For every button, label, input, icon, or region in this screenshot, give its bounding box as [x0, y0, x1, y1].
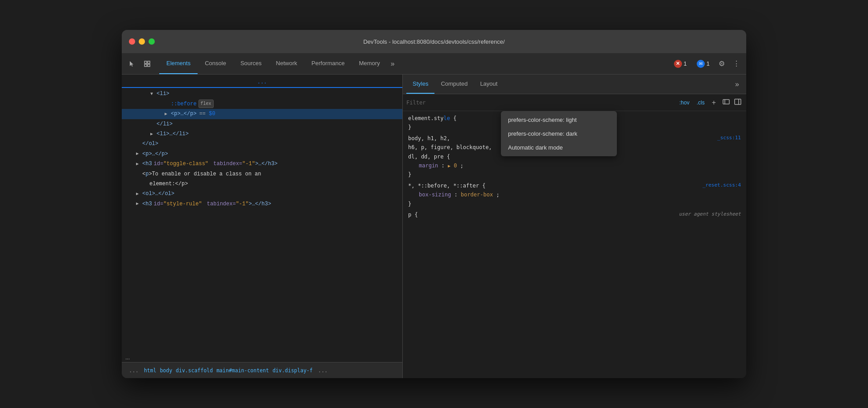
close-button[interactable] [129, 38, 135, 45]
error-count-badge: ✕ [674, 60, 682, 68]
maximize-button[interactable] [149, 38, 155, 45]
svg-rect-4 [723, 100, 729, 104]
tab-layout[interactable]: Layout [474, 75, 504, 94]
cls-button[interactable]: .cls [695, 99, 707, 107]
file-link-scss11[interactable]: _scss:11 [717, 134, 741, 142]
cursor-icon[interactable] [125, 57, 139, 71]
breadcrumb-dots-end[interactable]: ... [314, 366, 331, 375]
dom-line-before[interactable]: ::before flex [122, 99, 402, 109]
dom-line-p-text1[interactable]: <p>To enable or disable a class on an [122, 169, 402, 179]
dropdown-item-dark[interactable]: prefers-color-scheme: dark [501, 127, 617, 141]
window-title: DevTools - localhost:8080/docs/devtools/… [363, 38, 504, 45]
tab-console[interactable]: Console [198, 53, 233, 74]
styles-more-tabs-button[interactable]: » [732, 75, 743, 94]
styles-panel: Styles Computed Layout » :hov .cls + [403, 75, 746, 378]
svg-rect-6 [735, 99, 741, 104]
arrow-h3[interactable]: ▶ [136, 160, 142, 168]
breadcrumb-dots-start[interactable]: ... [125, 366, 142, 375]
message-icon: ✉ [699, 61, 703, 66]
breadcrumb: ... html body div.scaffold main#main-con… [122, 362, 402, 378]
dom-line-ol-collapsed[interactable]: ▶ <ol>…</ol> [122, 189, 402, 199]
error-icon: ✕ [676, 61, 680, 67]
toggle-element-state-icon[interactable] [721, 97, 731, 108]
hov-button[interactable]: :hov [678, 99, 691, 107]
dom-line-p-text2[interactable]: element:</p> [122, 179, 402, 189]
dom-line-ol-close[interactable]: </ol> [122, 139, 402, 149]
toolbar-icons [125, 53, 154, 74]
filter-bar: :hov .cls + [403, 94, 746, 111]
arrow-p2[interactable]: ▶ [136, 150, 142, 158]
tab-sources[interactable]: Sources [233, 53, 269, 74]
sidebar-toggle-icon[interactable] [733, 97, 743, 108]
arrow-p[interactable]: ▶ [165, 110, 171, 118]
breadcrumb-div-scaffold[interactable]: div.scaffold [176, 367, 213, 374]
breadcrumb-html[interactable]: html [144, 367, 157, 374]
dom-line-p-selected[interactable]: ▶ <p>…</p> == $0 [122, 109, 402, 119]
dom-line-h3-toggle[interactable]: ▶ <h3 id="toggle-class" tabindex="-1" >…… [122, 159, 402, 169]
dropdown-item-auto[interactable]: Automatic dark mode [501, 141, 617, 154]
title-bar: DevTools - localhost:8080/docs/devtools/… [122, 30, 746, 53]
main-content: ... ▼ <li> [122, 75, 746, 378]
message-count: 1 [707, 60, 710, 67]
dom-line-li-collapsed[interactable]: ▶ <li>…</li> [122, 129, 402, 139]
dom-tree[interactable]: ... ▼ <li> [122, 75, 402, 362]
style-rule-universal: *, *::before, *::after { _reset.scss:4 b… [403, 180, 746, 209]
flex-badge: flex [198, 100, 214, 108]
traffic-lights [129, 38, 155, 45]
arrow-li2[interactable]: ▶ [150, 130, 157, 138]
svg-rect-2 [145, 64, 147, 67]
error-count: 1 [684, 60, 687, 67]
message-count-badge: ✉ [697, 60, 705, 68]
tab-performance[interactable]: Performance [304, 53, 351, 74]
arrow-li[interactable]: ▼ [150, 90, 157, 98]
more-options-icon[interactable]: ⋮ [730, 58, 743, 70]
breadcrumb-body[interactable]: body [160, 367, 172, 374]
dom-line-p2[interactable]: ▶ <p>…</p> [122, 149, 402, 159]
tab-styles[interactable]: Styles [406, 75, 434, 94]
dom-panel: ... ▼ <li> [122, 75, 403, 378]
dom-line-h3-style-rule[interactable]: ▶ <h3 id="style-rule" tabindex="-1" >…</… [122, 199, 402, 209]
more-tabs-button[interactable]: » [387, 53, 398, 74]
arrow-h3-2[interactable]: ▶ [136, 200, 142, 208]
dom-line-li[interactable]: ▼ <li> [122, 89, 402, 99]
dom-scroll-indicator: ... [122, 76, 402, 88]
color-scheme-dropdown: prefers-color-scheme: light prefers-colo… [501, 111, 617, 156]
filter-input[interactable] [406, 100, 674, 106]
tab-elements[interactable]: Elements [159, 53, 198, 74]
devtools-window: DevTools - localhost:8080/docs/devtools/… [122, 30, 746, 378]
breadcrumb-main[interactable]: main#main-content [216, 367, 269, 374]
add-rule-button[interactable]: + [710, 98, 718, 108]
arrow-ol[interactable]: ▶ [136, 190, 142, 198]
minimize-button[interactable] [139, 38, 145, 45]
style-rule-p: p { user agent stylesheet [403, 209, 746, 220]
filter-icons [721, 97, 743, 108]
dom-panel-dots[interactable]: ... [125, 353, 130, 361]
tab-memory[interactable]: Memory [352, 53, 387, 74]
styles-tab-bar: Styles Computed Layout » [403, 75, 746, 94]
svg-rect-3 [148, 64, 150, 67]
dropdown-item-light[interactable]: prefers-color-scheme: light [501, 113, 617, 127]
breadcrumb-div-display[interactable]: div.display-f [273, 367, 313, 374]
tab-computed[interactable]: Computed [434, 75, 474, 94]
main-tab-bar: Elements Console Sources Network Perform… [122, 53, 746, 75]
message-badge-button[interactable]: ✉ 1 [693, 58, 713, 70]
svg-rect-0 [145, 61, 147, 63]
svg-rect-1 [148, 61, 150, 63]
file-link-reset[interactable]: _reset.scss:4 [703, 181, 741, 190]
tab-bar-right: ✕ 1 ✉ 1 ⚙ ⋮ [670, 53, 743, 74]
tab-network[interactable]: Network [269, 53, 305, 74]
settings-icon[interactable]: ⚙ [716, 58, 727, 70]
error-badge-button[interactable]: ✕ 1 [670, 58, 690, 70]
inspect-icon[interactable] [141, 57, 154, 71]
dom-line-li-close[interactable]: </li> [122, 119, 402, 129]
user-agent-label: user agent stylesheet [679, 210, 741, 219]
